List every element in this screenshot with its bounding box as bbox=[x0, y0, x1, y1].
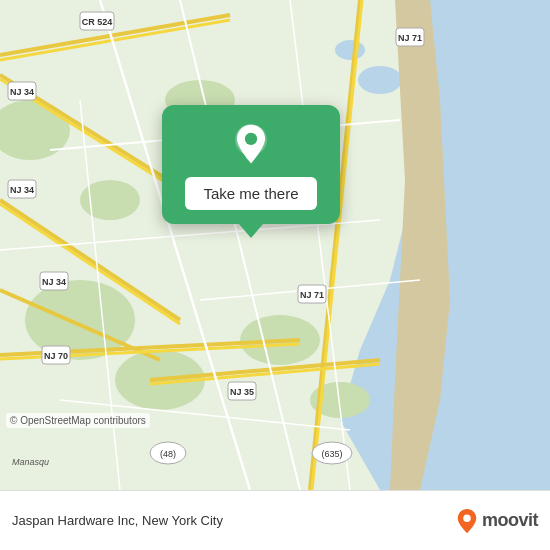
svg-text:Manasqu: Manasqu bbox=[12, 457, 49, 467]
svg-text:NJ 70: NJ 70 bbox=[44, 351, 68, 361]
svg-point-58 bbox=[245, 133, 257, 145]
svg-text:NJ 34: NJ 34 bbox=[10, 87, 34, 97]
svg-text:NJ 71: NJ 71 bbox=[398, 33, 422, 43]
svg-text:(635): (635) bbox=[321, 449, 342, 459]
svg-text:NJ 71: NJ 71 bbox=[300, 290, 324, 300]
svg-point-59 bbox=[463, 514, 470, 521]
svg-text:CR 524: CR 524 bbox=[82, 17, 113, 27]
bottom-bar: Jaspan Hardware Inc, New York City moovi… bbox=[0, 490, 550, 550]
svg-text:(48): (48) bbox=[160, 449, 176, 459]
map-container: CR 524 NJ 71 NJ 34 NJ 34 NJ 34 NJ 71 NJ … bbox=[0, 0, 550, 490]
svg-text:NJ 35: NJ 35 bbox=[230, 387, 254, 397]
map-attribution: © OpenStreetMap contributors bbox=[6, 413, 150, 428]
moovit-logo: moovit bbox=[456, 508, 538, 534]
svg-point-5 bbox=[358, 66, 402, 94]
take-me-there-button[interactable]: Take me there bbox=[185, 177, 316, 210]
svg-point-3 bbox=[445, 355, 495, 385]
popup-card: Take me there bbox=[162, 105, 340, 224]
svg-text:NJ 34: NJ 34 bbox=[42, 277, 66, 287]
svg-point-6 bbox=[335, 40, 365, 60]
moovit-pin-icon bbox=[456, 508, 478, 534]
moovit-text: moovit bbox=[482, 510, 538, 531]
place-name: Jaspan Hardware Inc, New York City bbox=[12, 513, 223, 528]
svg-text:NJ 34: NJ 34 bbox=[10, 185, 34, 195]
location-pin-icon bbox=[229, 123, 273, 167]
